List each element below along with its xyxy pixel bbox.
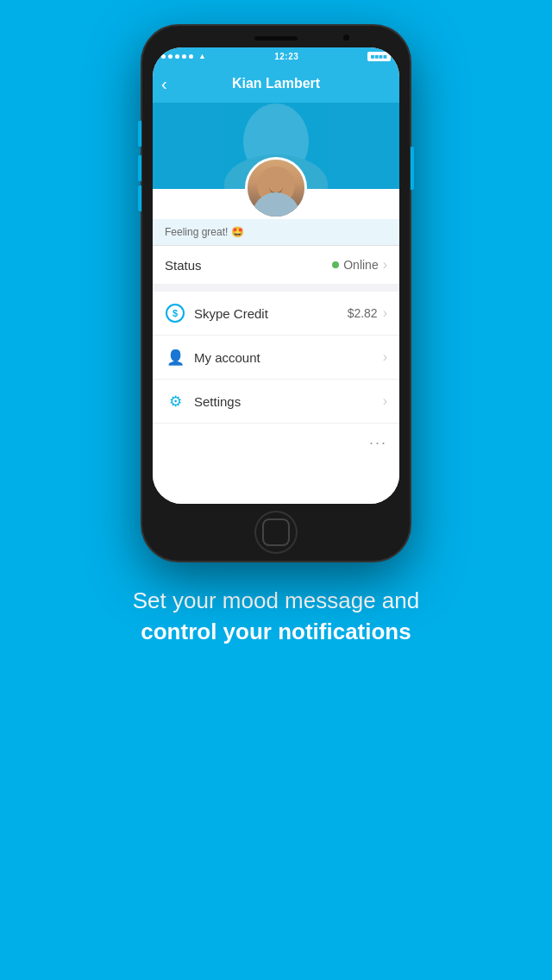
- signal-dot: [182, 54, 186, 59]
- signal-dot: [175, 54, 179, 59]
- settings-label: Settings: [194, 394, 383, 409]
- skype-credit-label: Skype Credit: [194, 306, 348, 321]
- settings-item[interactable]: ⚙ Settings ›: [153, 380, 399, 424]
- battery-icon: ■■■■: [367, 52, 391, 61]
- chevron-icon: ›: [383, 305, 387, 321]
- gear-icon: ⚙: [169, 393, 182, 411]
- status-right: Online ›: [332, 257, 387, 273]
- earpiece: [254, 36, 298, 41]
- profile-background: [153, 103, 399, 189]
- signal-dot: [168, 54, 172, 59]
- avatar: [245, 157, 307, 219]
- mood-text: Feeling great! 🤩: [165, 226, 244, 238]
- skype-credit-icon: $: [165, 303, 185, 324]
- status-label: Status: [165, 258, 332, 273]
- camera: [343, 35, 349, 41]
- status-row[interactable]: Status Online ›: [153, 246, 399, 285]
- skype-credit-value: $2.82: [348, 306, 378, 320]
- avatar-face: [248, 160, 304, 217]
- chevron-icon: ›: [383, 349, 387, 365]
- signal-dot: [161, 54, 166, 59]
- more-dots-label: ···: [369, 434, 387, 451]
- my-account-item[interactable]: 👤 My account ›: [153, 336, 399, 380]
- home-button-inner: [262, 518, 290, 546]
- credit-dollar-icon: $: [166, 304, 185, 323]
- bottom-caption: Set your mood message and control your n…: [90, 585, 462, 648]
- app-header: ‹ Kian Lambert: [153, 65, 399, 103]
- wifi-icon: ▲: [198, 52, 206, 60]
- account-icon: 👤: [165, 347, 185, 368]
- skype-credit-item[interactable]: $ Skype Credit $2.82 ›: [153, 292, 399, 336]
- status-bar: ▲ 12:23 ■■■■: [153, 47, 399, 65]
- more-options[interactable]: ···: [153, 424, 399, 462]
- my-account-label: My account: [194, 350, 383, 365]
- back-button[interactable]: ‹: [161, 74, 167, 94]
- profile-name-header: Kian Lambert: [232, 76, 320, 91]
- caption-line2: control your notifications: [133, 616, 419, 647]
- signal-area: ▲: [161, 52, 206, 60]
- status-value: Online: [343, 258, 378, 272]
- separator: [153, 285, 399, 292]
- phone-screen: ▲ 12:23 ■■■■ ‹ Kian Lambert: [153, 47, 399, 504]
- chevron-icon: ›: [383, 393, 387, 409]
- person-icon: 👤: [166, 349, 185, 367]
- settings-icon: ⚙: [165, 391, 185, 411]
- caption-line1: Set your mood message and: [133, 585, 419, 616]
- status-time: 12:23: [274, 52, 298, 61]
- online-indicator: [332, 261, 339, 268]
- phone-shell: ▲ 12:23 ■■■■ ‹ Kian Lambert: [142, 26, 410, 561]
- home-button[interactable]: [254, 511, 298, 554]
- mood-message[interactable]: Feeling great! 🤩: [153, 219, 399, 246]
- chevron-icon: ›: [383, 257, 387, 273]
- signal-dot: [189, 54, 193, 59]
- avatar-body: [252, 192, 300, 217]
- menu-list: $ Skype Credit $2.82 › 👤 My account › ⚙ …: [153, 292, 399, 504]
